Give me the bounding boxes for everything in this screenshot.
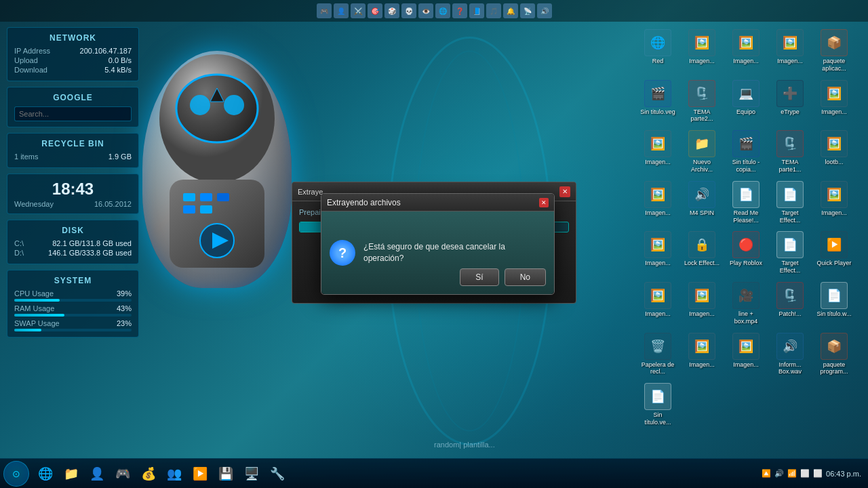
desktop-icon-10[interactable]: 🖼️ Imagen... — [637, 128, 678, 176]
confirm-close-button[interactable]: ✕ — [539, 198, 549, 207]
taskbar-play-icon[interactable]: ▶️ — [189, 462, 212, 485]
desktop-icon-img-19: 🖼️ — [821, 181, 848, 208]
taskbar-start-button[interactable]: ⊙ — [3, 461, 29, 487]
confirm-question-icon: ? — [330, 240, 355, 266]
confirm-no-button[interactable]: No — [505, 268, 546, 286]
desktop-icon-0[interactable]: 🌐 Red — [637, 27, 678, 75]
desktop-icon-17[interactable]: 📄 Read Me Please!... — [726, 179, 766, 226]
desktop-icon-22[interactable]: 🔴 Play Roblox — [726, 229, 766, 277]
desktop-icon-35[interactable]: 📄 Sin título.ve... — [637, 381, 678, 428]
extract-close-button[interactable]: ✕ — [559, 186, 570, 197]
top-icon-13[interactable]: 📡 — [520, 3, 535, 18]
desktop-icon-12[interactable]: 🎬 Sin título - copia... — [726, 128, 766, 176]
top-icon-1[interactable]: 🎮 — [317, 3, 332, 18]
desktop-icon-14[interactable]: 🖼️ lootb... — [814, 128, 854, 176]
desktop-icon-33[interactable]: 🔊 Inform... Box.wav — [770, 331, 810, 378]
taskbar-disk-icon[interactable]: 💾 — [214, 462, 237, 485]
robot-mascot — [129, 27, 305, 312]
desktop-icon-1[interactable]: 🖼️ Imagen... — [682, 27, 722, 75]
desktop-icon-img-31: 🖼️ — [688, 333, 715, 360]
desktop-icon-img-35: 📄 — [644, 383, 671, 410]
top-icon-9[interactable]: ❓ — [452, 3, 467, 18]
top-icon-2[interactable]: 👤 — [334, 3, 349, 18]
taskbar-browser-icon[interactable]: 🌐 — [34, 462, 57, 485]
desktop-icon-img-18: 📄 — [776, 181, 804, 208]
top-icon-11[interactable]: 🎵 — [486, 3, 501, 18]
desktop-icon-label-26: Imagen... — [689, 310, 715, 318]
desktop-icon-26[interactable]: 🖼️ Imagen... — [682, 280, 722, 327]
desktop-icon-30[interactable]: 🗑️ Papelera de recl... — [637, 331, 678, 378]
desktop-icon-34[interactable]: 📦 paquete program... — [814, 331, 854, 378]
desktop-icon-16[interactable]: 🔊 M4 SPIN — [682, 179, 722, 226]
desktop-icon-4[interactable]: 📦 paquete aplicac... — [814, 27, 854, 75]
top-icon-3[interactable]: ⚔️ — [351, 3, 366, 18]
top-icon-5[interactable]: 🎲 — [384, 3, 399, 18]
desktop-icon-9[interactable]: 🖼️ Imagen... — [814, 78, 854, 125]
desktop-icon-img-8: ➕ — [776, 80, 804, 107]
tray-arrow-icon[interactable]: 🔼 — [762, 469, 771, 478]
confirm-message-text: ¿Está seguro de que desea cancelar la op… — [363, 241, 546, 264]
desktop-icon-img-2: 🖼️ — [732, 29, 760, 56]
clock-day: Wednesday — [14, 200, 54, 208]
taskbar-monitor-icon[interactable]: 🖥️ — [240, 462, 263, 485]
taskbar-game-icon[interactable]: 🎮 — [111, 462, 134, 485]
desktop-icon-img-12: 🎬 — [732, 130, 760, 157]
desktop-icon-25[interactable]: 🖼️ Imagen... — [637, 280, 678, 327]
desktop-icon-2[interactable]: 🖼️ Imagen... — [726, 27, 766, 75]
tray-network-icon[interactable]: 📶 — [787, 469, 797, 478]
svg-rect-10 — [217, 193, 229, 201]
desktop-icon-13[interactable]: 🗜️ TEMA parte1... — [770, 128, 810, 176]
desktop-icon-19[interactable]: 🖼️ Imagen... — [814, 179, 854, 226]
desktop-icon-32[interactable]: 🖼️ Imagen... — [726, 331, 766, 378]
recycle-row: 1 items 1.9 GB — [14, 152, 132, 161]
desktop-icon-label-12: Sin título - copia... — [728, 159, 764, 174]
desktop-icon-21[interactable]: 🔒 Lock Effect... — [682, 229, 722, 277]
top-icon-7[interactable]: 👁️ — [418, 3, 433, 18]
top-icon-10[interactable]: 📘 — [469, 3, 484, 18]
clock-time: 18:43 — [14, 180, 132, 199]
ram-value: 43% — [117, 304, 132, 312]
desktop-icon-img-9: 🖼️ — [821, 80, 848, 107]
desktop-icon-20[interactable]: 🖼️ Imagen... — [637, 229, 678, 277]
desktop-icon-label-16: M4 SPIN — [690, 209, 714, 217]
top-icon-12[interactable]: 🔔 — [503, 3, 518, 18]
desktop-icon-label-30: Papelera de recl... — [639, 361, 676, 376]
desktop-icon-6[interactable]: 🗜️ TEMA parte2... — [682, 78, 722, 125]
top-icon-14[interactable]: 🔊 — [537, 3, 552, 18]
start-icon: ⊙ — [12, 468, 20, 479]
desktop-icon-label-22: Play Roblox — [730, 260, 762, 267]
taskbar-folder-icon[interactable]: 📁 — [60, 462, 83, 485]
desktop-icon-label-34: paquete program... — [816, 361, 852, 376]
desktop-icon-7[interactable]: 💻 Equipo — [726, 78, 766, 125]
desktop-icon-18[interactable]: 📄 Target Effect... — [770, 179, 810, 226]
desktop-icon-label-23: Target Effect... — [772, 260, 808, 274]
desktop-icon-31[interactable]: 🖼️ Imagen... — [682, 331, 722, 378]
cpu-bar — [14, 299, 132, 302]
taskbar-people-icon[interactable]: 👥 — [163, 462, 186, 485]
tray-volume-icon[interactable]: 🔊 — [774, 469, 784, 478]
desktop-icon-8[interactable]: ➕ eTrype — [770, 78, 810, 125]
top-icon-4[interactable]: 🎯 — [368, 3, 382, 18]
desktop-icon-28[interactable]: 🗜️ Patch!... — [770, 280, 810, 327]
top-icon-6[interactable]: 💀 — [401, 3, 416, 18]
ram-row: RAM Usage 43% — [14, 304, 132, 312]
confirm-yes-button[interactable]: Sí — [460, 268, 498, 286]
desktop-icon-label-9: Imagen... — [821, 108, 847, 116]
svg-rect-12 — [200, 205, 212, 214]
taskbar-money-icon[interactable]: 💰 — [137, 462, 160, 485]
desktop-icon-23[interactable]: 📄 Target Effect... — [770, 229, 810, 277]
top-icon-8[interactable]: 🌐 — [435, 3, 450, 18]
desktop-icon-29[interactable]: 📄 Sin título.w... — [814, 280, 854, 327]
desktop-icon-15[interactable]: 🖼️ Imagen... — [637, 179, 678, 226]
desktop-icon-img-6: 🗜️ — [688, 80, 715, 107]
desktop-icon-3[interactable]: 🖼️ Imagen... — [770, 27, 810, 75]
confirm-titlebar: Extrayendo archivos ✕ — [321, 194, 554, 211]
desktop-icon-5[interactable]: 🎬 Sin titulo.veg — [637, 78, 678, 125]
desktop-icon-27[interactable]: 🎥 line + box.mp4 — [726, 280, 766, 327]
desktop-icon-11[interactable]: 📁 Nuevo Archiv... — [682, 128, 722, 176]
desktop-icon-24[interactable]: ▶️ Quick Player — [814, 229, 854, 277]
taskbar-tools-icon[interactable]: 🔧 — [266, 462, 289, 485]
google-search-input[interactable] — [14, 106, 132, 121]
taskbar-user-icon[interactable]: 👤 — [85, 462, 108, 485]
disk-d-value: 146.1 GB/333.8 GB used — [48, 249, 132, 257]
